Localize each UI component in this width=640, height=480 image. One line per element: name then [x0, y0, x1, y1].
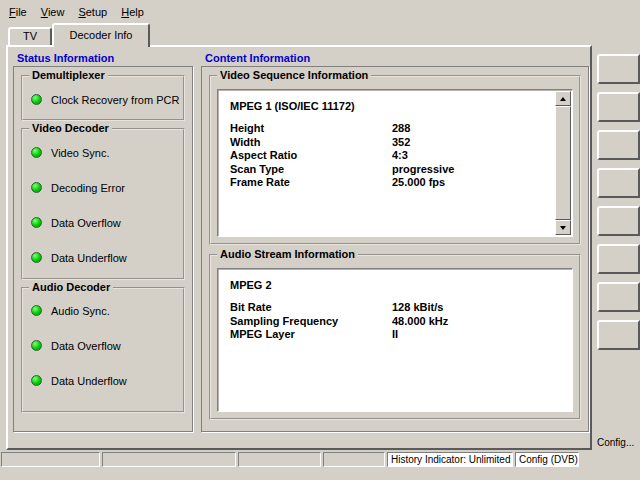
audio-codec: MPEG 2: [230, 279, 560, 291]
menu-help[interactable]: Help: [115, 3, 152, 21]
status-item-video-sync: Video Sync.: [23, 135, 183, 170]
green-led-icon: [31, 147, 42, 158]
scroll-down-button[interactable]: [555, 220, 571, 235]
status-segment: [1, 452, 100, 467]
video-sequence-info-area: MPEG 1 (ISO/IEC 11172) Height 288 Width …: [217, 89, 573, 237]
arrow-down-icon: [560, 226, 566, 230]
softkey-button-7[interactable]: [597, 282, 640, 312]
info-label: Sampling Frequency: [230, 315, 392, 329]
softkey-button-2[interactable]: [597, 92, 640, 122]
tab-tv[interactable]: TV: [8, 27, 52, 45]
info-value: 48.000 kHz: [392, 315, 448, 329]
info-row-frame-rate: Frame Rate 25.000 fps: [230, 176, 560, 190]
content-information-title: Content Information: [205, 52, 310, 64]
green-led-icon: [31, 182, 42, 193]
info-label: Frame Rate: [230, 176, 392, 190]
info-row-bit-rate: Bit Rate 128 kBit/s: [230, 301, 560, 315]
status-item-decoding-error: Decoding Error: [23, 170, 183, 205]
status-item-audio-data-underflow: Data Underflow: [23, 363, 183, 398]
app-window: { "menu": { "items": ["File", "View", "S…: [0, 0, 640, 480]
status-item-data-underflow: Data Underflow: [23, 240, 183, 275]
green-led-icon: [31, 375, 42, 386]
video-sequence-group-title: Video Sequence Information: [217, 69, 371, 81]
video-decoder-group: Video Decoder Video Sync. Decoding Error…: [21, 128, 185, 280]
softkey-button-4[interactable]: [597, 168, 640, 198]
config-softkey-label[interactable]: Config...: [597, 437, 640, 448]
info-value: 352: [392, 136, 410, 150]
audio-decoder-group-title: Audio Decoder: [29, 281, 113, 293]
info-value: 4:3: [392, 149, 408, 163]
status-information-title: Status Information: [17, 52, 114, 64]
status-information-box: Demultiplexer Clock Recovery from PCR Vi…: [13, 66, 193, 432]
scroll-up-button[interactable]: [555, 91, 571, 106]
info-row-width: Width 352: [230, 136, 560, 150]
status-item-label: Data Underflow: [51, 252, 127, 264]
info-value: 288: [392, 122, 410, 136]
status-history-indicator: History Indicator: Unlimited: [387, 452, 513, 467]
info-row-sampling-frequency: Sampling Frequency 48.000 kHz: [230, 315, 560, 329]
status-item-label: Data Overflow: [51, 340, 121, 352]
arrow-up-icon: [560, 97, 566, 101]
video-codec: MPEG 1 (ISO/IEC 11172): [230, 100, 560, 112]
demultiplexer-group-title: Demultiplexer: [29, 69, 108, 81]
info-label: Bit Rate: [230, 301, 392, 315]
status-segment: [238, 452, 321, 467]
audio-stream-group: Audio Stream Information MPEG 2 Bit Rate…: [209, 254, 581, 420]
green-led-icon: [31, 94, 42, 105]
status-segment: [323, 452, 385, 467]
status-config: Config (DVB): [515, 452, 579, 467]
status-item-label: Audio Sync.: [51, 305, 110, 317]
menu-setup[interactable]: Setup: [72, 3, 115, 21]
menu-file[interactable]: File: [3, 3, 35, 21]
info-row-mpeg-layer: MPEG Layer II: [230, 328, 560, 342]
softkey-button-8[interactable]: [597, 320, 640, 350]
info-label: Aspect Ratio: [230, 149, 392, 163]
info-value: II: [392, 328, 398, 342]
info-label: Height: [230, 122, 392, 136]
green-led-icon: [31, 340, 42, 351]
status-item-label: Data Underflow: [51, 375, 127, 387]
status-item-label: Data Overflow: [51, 217, 121, 229]
softkey-button-5[interactable]: [597, 206, 640, 236]
softkey-button-3[interactable]: [597, 130, 640, 160]
menu-view[interactable]: View: [35, 3, 73, 21]
status-item-clock-recovery: Clock Recovery from PCR: [23, 82, 183, 117]
status-item-data-overflow: Data Overflow: [23, 205, 183, 240]
info-label: MPEG Layer: [230, 328, 392, 342]
green-led-icon: [31, 252, 42, 263]
status-item-label: Video Sync.: [51, 147, 110, 159]
info-label: Scan Type: [230, 163, 392, 177]
green-led-icon: [31, 217, 42, 228]
softkey-button-6[interactable]: [597, 244, 640, 274]
info-row-height: Height 288: [230, 122, 560, 136]
status-item-audio-sync: Audio Sync.: [23, 293, 183, 328]
content-information-box: Video Sequence Information MPEG 1 (ISO/I…: [201, 66, 589, 432]
vertical-scrollbar[interactable]: [555, 91, 571, 235]
info-row-aspect-ratio: Aspect Ratio 4:3: [230, 149, 560, 163]
status-item-label: Decoding Error: [51, 182, 125, 194]
status-item-label: Clock Recovery from PCR: [51, 94, 179, 106]
info-value: progressive: [392, 163, 454, 177]
info-value: 128 kBit/s: [392, 301, 443, 315]
demultiplexer-group: Demultiplexer Clock Recovery from PCR: [21, 75, 185, 121]
softkey-column: [597, 54, 640, 350]
green-led-icon: [31, 305, 42, 316]
main-panel: Status Information Content Information D…: [6, 45, 592, 450]
info-value: 25.000 fps: [392, 176, 445, 190]
info-row-scan-type: Scan Type progressive: [230, 163, 560, 177]
tab-decoder-info[interactable]: Decoder Info: [52, 23, 150, 47]
audio-stream-group-title: Audio Stream Information: [217, 248, 358, 260]
scrollbar-thumb[interactable]: [555, 106, 571, 220]
softkey-button-1[interactable]: [597, 54, 640, 84]
menu-bar: File View Setup Help: [0, 0, 640, 23]
info-label: Width: [230, 136, 392, 150]
audio-decoder-group: Audio Decoder Audio Sync. Data Overflow …: [21, 287, 185, 413]
video-decoder-group-title: Video Decoder: [29, 122, 112, 134]
status-segment: [102, 452, 236, 467]
audio-stream-info-area: MPEG 2 Bit Rate 128 kBit/s Sampling Freq…: [217, 268, 573, 412]
video-sequence-group: Video Sequence Information MPEG 1 (ISO/I…: [209, 75, 581, 245]
status-item-audio-data-overflow: Data Overflow: [23, 328, 183, 363]
